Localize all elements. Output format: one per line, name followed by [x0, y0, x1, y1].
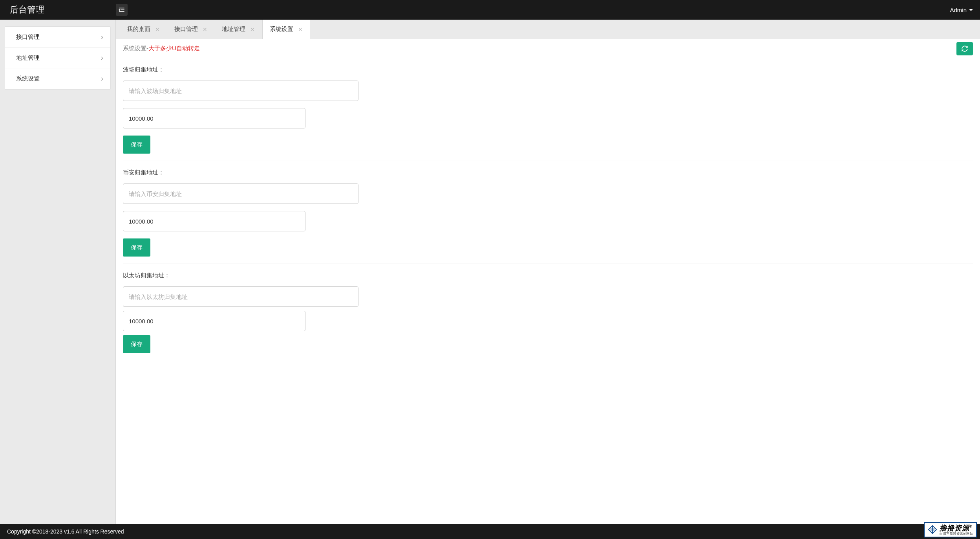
eth-amount-input[interactable] — [123, 311, 305, 331]
refresh-button[interactable] — [956, 42, 973, 55]
tab-bar: 我的桌面 ✕ 接口管理 ✕ 地址管理 ✕ 系统设置 ✕ — [116, 20, 980, 39]
breadcrumb-prefix: 系统设置- — [123, 45, 148, 51]
field-label: 以太坊归集地址： — [123, 272, 973, 279]
tab-close-icon[interactable]: ✕ — [250, 26, 255, 33]
binance-amount-input[interactable] — [123, 211, 305, 231]
tab-label: 接口管理 — [174, 26, 198, 33]
breadcrumb-bar: 系统设置-大于多少U自动转走 — [116, 39, 980, 58]
header-bar: 后台管理 Admin — [0, 0, 980, 20]
footer-bar: Copyright ©2018-2023 v1.6 All Rights Res… — [0, 524, 980, 539]
sidebar-item-system[interactable]: 系统设置 › — [5, 68, 110, 89]
form-section-tron: 波场归集地址： 保存 — [123, 58, 973, 161]
binance-address-input[interactable] — [123, 183, 358, 204]
save-button-binance[interactable]: 保存 — [123, 238, 150, 257]
form-section-binance: 币安归集地址： 保存 — [123, 161, 973, 264]
sidebar-item-label: 系统设置 — [16, 75, 40, 82]
tab-close-icon[interactable]: ✕ — [155, 26, 160, 33]
breadcrumb-accent: 大于多少U自动转走 — [148, 45, 200, 51]
tab-close-icon[interactable]: ✕ — [203, 26, 207, 33]
form-content: 波场归集地址： 保存 币安归集地址： 保存 以太坊归集地址： 保存 — [116, 58, 980, 524]
tab-label: 我的桌面 — [127, 26, 150, 33]
tab-address[interactable]: 地址管理 ✕ — [215, 20, 262, 39]
tron-amount-input[interactable] — [123, 108, 305, 128]
save-button-eth[interactable]: 保存 — [123, 335, 150, 353]
registered-mark: ® — [969, 524, 973, 528]
chevron-right-icon: › — [101, 33, 103, 41]
form-section-eth: 以太坊归集地址： 保存 — [123, 264, 973, 360]
chevron-right-icon: › — [101, 54, 103, 62]
menu-collapse-icon — [118, 6, 125, 13]
watermark-main-text: 撸撸资源 — [940, 524, 969, 532]
sidebar-item-label: 地址管理 — [16, 54, 40, 62]
refresh-icon — [961, 45, 968, 52]
sidebar-item-label: 接口管理 — [16, 33, 40, 41]
tron-address-input[interactable] — [123, 81, 358, 101]
eth-address-input[interactable] — [123, 286, 358, 307]
save-button-tron[interactable]: 保存 — [123, 136, 150, 154]
tab-label: 系统设置 — [270, 26, 293, 33]
sidebar-toggle-button[interactable] — [116, 4, 128, 16]
tab-api[interactable]: 接口管理 ✕ — [167, 20, 215, 39]
brand-title: 后台管理 — [0, 4, 113, 16]
watermark-logo-icon — [928, 525, 937, 535]
sidebar: 接口管理 › 地址管理 › 系统设置 › — [0, 20, 116, 524]
user-menu[interactable]: Admin — [950, 7, 980, 13]
user-name: Admin — [950, 7, 967, 13]
field-label: 币安归集地址： — [123, 169, 973, 176]
tab-label: 地址管理 — [222, 26, 245, 33]
tab-desktop[interactable]: 我的桌面 ✕ — [120, 20, 167, 39]
sidebar-item-api[interactable]: 接口管理 › — [5, 27, 110, 48]
sidebar-item-address[interactable]: 地址管理 › — [5, 48, 110, 68]
watermark-badge: 撸撸资源® 白嫖互联网资源的网站 — [924, 522, 977, 537]
copyright-text: Copyright ©2018-2023 v1.6 All Rights Res… — [7, 528, 124, 535]
caret-down-icon — [969, 9, 973, 11]
breadcrumb: 系统设置-大于多少U自动转走 — [123, 45, 200, 52]
tab-close-icon[interactable]: ✕ — [298, 26, 303, 33]
chevron-right-icon: › — [101, 75, 103, 83]
watermark-sub-text: 白嫖互联网资源的网站 — [940, 532, 973, 536]
field-label: 波场归集地址： — [123, 66, 973, 73]
main-panel: 我的桌面 ✕ 接口管理 ✕ 地址管理 ✕ 系统设置 ✕ 系统设置-大于多少U自动… — [116, 20, 980, 524]
tab-system[interactable]: 系统设置 ✕ — [262, 20, 310, 39]
